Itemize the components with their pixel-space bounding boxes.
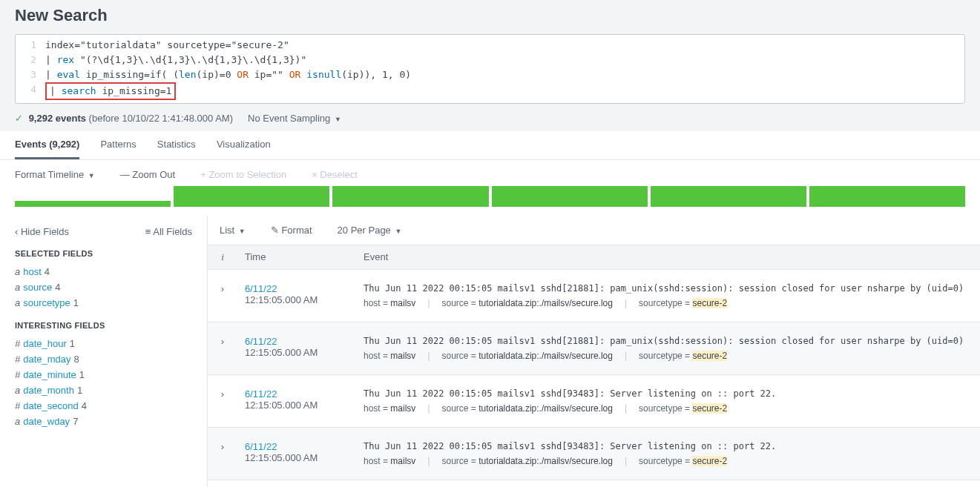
pencil-icon (271, 225, 279, 236)
timeline-segment[interactable] (492, 186, 648, 207)
field-date_mday[interactable]: #date_mday8 (15, 351, 192, 367)
event-row: › 6/11/2212:15:05.000 AM Thu Jun 11 2022… (208, 322, 980, 375)
search-editor[interactable]: 1index="tutorialdata" sourcetype="secure… (15, 34, 965, 104)
tab-statistics[interactable]: Statistics (157, 131, 196, 159)
all-fields-button[interactable]: ≡ All Fields (145, 226, 192, 237)
event-body: Thu Jun 11 2022 00:15:05 mailsv1 sshd[93… (356, 435, 980, 472)
event-row: › 6/11/2212:15:05.000 AM Thu Jun 11 2022… (208, 375, 980, 428)
page-title: New Search (15, 6, 965, 25)
view-dropdown[interactable]: List ▼ (220, 225, 246, 236)
caret-down-icon: ▼ (395, 228, 401, 235)
raw-event[interactable]: Thu Jun 11 2022 00:15:05 mailsv1 sshd[21… (364, 283, 973, 294)
timeline-segment[interactable] (651, 186, 806, 207)
event-row: › 6/11/2212:15:05.000 AM Thu Jun 11 2022… (208, 480, 980, 487)
event-column-header[interactable]: Event (356, 245, 980, 269)
expand-icon[interactable]: › (208, 382, 237, 420)
selected-fields-heading: Selected Fields (15, 249, 192, 258)
expand-icon[interactable]: › (208, 330, 237, 367)
status-before: (before 10/10/22 1:41:48.000 AM) (89, 113, 233, 124)
field-date_second[interactable]: #date_second4 (15, 398, 192, 414)
events-table-header: i Time Event (208, 245, 980, 270)
check-icon: ✓ (15, 113, 23, 124)
expand-icon[interactable]: › (208, 435, 237, 472)
field-date_wday[interactable]: adate_wday7 (15, 414, 192, 429)
event-body: Thu Jun 11 2022 00:15:05 mailsv1 sshd[93… (356, 382, 980, 420)
tab-visualization[interactable]: Visualization (217, 131, 271, 159)
zoom-selection-button: + Zoom to Selection (200, 169, 286, 180)
timeline-segment[interactable] (15, 186, 171, 207)
raw-event[interactable]: Thu Jun 11 2022 00:15:05 mailsv1 sshd[93… (364, 441, 973, 451)
event-row: › 6/11/2212:15:05.000 AM Thu Jun 11 2022… (208, 428, 980, 480)
event-time: 6/11/2212:15:05.000 AM (237, 435, 356, 472)
list-icon: ≡ (145, 226, 151, 237)
raw-event[interactable]: Thu Jun 11 2022 00:15:05 mailsv1 sshd[21… (364, 336, 973, 346)
tab-patterns[interactable]: Patterns (100, 131, 136, 159)
interesting-fields-heading: Interesting Fields (15, 321, 192, 330)
format-timeline-dropdown[interactable]: Format Timeline ▼ (15, 169, 95, 180)
info-column-header[interactable]: i (208, 245, 237, 269)
format-button[interactable]: Format (271, 225, 312, 236)
sampling-dropdown[interactable]: No Event Sampling ▼ (248, 113, 341, 124)
event-row: › 6/11/2212:15:05.000 AM Thu Jun 11 2022… (208, 270, 980, 322)
raw-event[interactable]: Thu Jun 11 2022 00:15:05 mailsv1 sshd[93… (364, 388, 973, 399)
expand-icon[interactable]: › (208, 277, 237, 314)
field-date_month[interactable]: adate_month1 (15, 382, 192, 398)
deselect-button: × Deselect (312, 169, 358, 180)
timeline-segment[interactable] (809, 186, 965, 207)
per-page-dropdown[interactable]: 20 Per Page ▼ (338, 225, 402, 236)
result-tabs: Events (9,292)PatternsStatisticsVisualiz… (0, 131, 980, 160)
field-host[interactable]: ahost4 (15, 264, 192, 279)
tab-events-[interactable]: Events (9,292) (15, 131, 79, 159)
time-column-header[interactable]: Time (237, 245, 356, 269)
event-time: 6/11/2212:15:05.000 AM (237, 277, 356, 314)
timeline-segment[interactable] (174, 186, 329, 207)
zoom-out-button[interactable]: — Zoom Out (120, 169, 175, 180)
list-controls: List ▼ Format 20 Per Page ▼ (208, 216, 980, 245)
event-time: 6/11/2212:15:05.000 AM (237, 382, 356, 420)
hide-fields-button[interactable]: ‹ Hide Fields (15, 226, 69, 237)
event-count: 9,292 events (29, 113, 86, 124)
caret-down-icon: ▼ (239, 228, 246, 235)
event-time: 6/11/2212:15:05.000 AM (237, 330, 356, 367)
caret-down-icon: ▼ (88, 172, 95, 179)
timeline-controls: Format Timeline ▼ — Zoom Out + Zoom to S… (0, 160, 980, 180)
event-body: Thu Jun 11 2022 00:15:05 mailsv1 sshd[21… (356, 277, 980, 314)
caret-down-icon: ▼ (335, 116, 341, 123)
timeline-segment[interactable] (332, 186, 488, 207)
field-date_minute[interactable]: #date_minute1 (15, 367, 192, 382)
timeline-chart[interactable] (0, 180, 980, 216)
fields-sidebar: ‹ Hide Fields ≡ All Fields Selected Fiel… (0, 216, 208, 487)
field-sourcetype[interactable]: asourcetype1 (15, 295, 192, 311)
field-source[interactable]: asource4 (15, 279, 192, 295)
status-row: ✓ 9,292 events (before 10/10/22 1:41:48.… (15, 104, 965, 131)
field-date_hour[interactable]: #date_hour1 (15, 336, 192, 351)
event-body: Thu Jun 11 2022 00:15:05 mailsv1 sshd[21… (356, 330, 980, 367)
